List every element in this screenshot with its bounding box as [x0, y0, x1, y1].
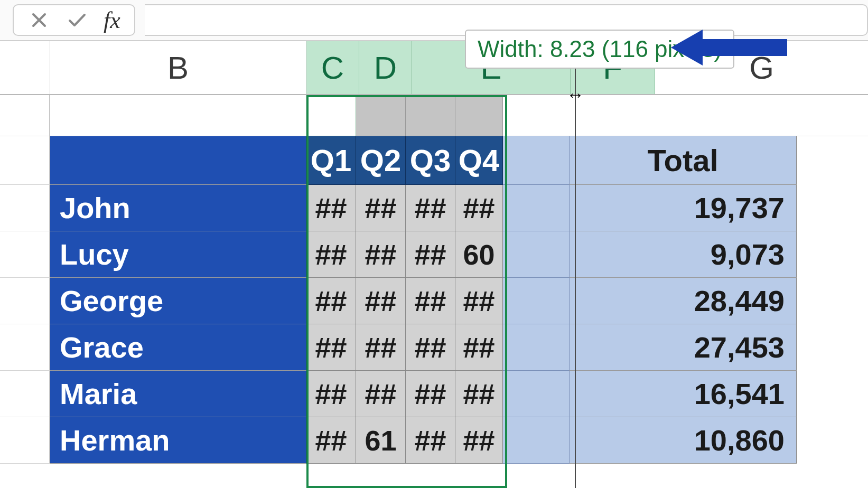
table-row: Grace########27,453 — [0, 324, 868, 371]
cell[interactable] — [356, 95, 406, 136]
cell-total[interactable]: 10,860 — [570, 417, 797, 464]
cell-q4[interactable]: 60 — [455, 231, 503, 278]
row-header[interactable] — [0, 324, 50, 371]
cell-q1-header[interactable]: Q1 — [306, 136, 356, 185]
cell-q2[interactable]: ## — [356, 278, 406, 324]
row-header[interactable] — [0, 278, 50, 324]
cell-name[interactable]: John — [50, 185, 306, 231]
cell-q1[interactable]: ## — [306, 231, 356, 278]
row-header[interactable] — [0, 136, 50, 185]
row-header[interactable] — [0, 231, 50, 278]
cell[interactable] — [503, 185, 570, 231]
cell-q4[interactable]: ## — [455, 278, 503, 324]
cell-q3[interactable]: ## — [406, 185, 455, 231]
cell-q3[interactable]: ## — [406, 417, 455, 464]
cell-name[interactable]: Herman — [50, 417, 306, 464]
cell-q4-header[interactable]: Q4 — [455, 136, 503, 185]
cell-q2[interactable]: 61 — [356, 417, 406, 464]
cell-q3[interactable]: ## — [406, 278, 455, 324]
cell-name-header[interactable] — [50, 136, 306, 185]
cell-name[interactable]: George — [50, 278, 306, 324]
cell-q1[interactable]: ## — [306, 185, 356, 231]
svg-marker-2 — [671, 30, 787, 65]
row-header[interactable] — [0, 371, 50, 417]
resize-guide-line — [575, 41, 576, 488]
cell-total[interactable]: 27,453 — [570, 324, 797, 371]
row-header[interactable] — [0, 95, 50, 136]
row-header[interactable] — [0, 417, 50, 464]
table-row: Herman##61####10,860 — [0, 417, 868, 464]
cell-name[interactable]: Grace — [50, 324, 306, 371]
cell-total[interactable]: 19,737 — [570, 185, 797, 231]
resize-cursor-icon: ↔ — [566, 85, 584, 105]
table-row: Lucy######609,073 — [0, 231, 868, 278]
cell-q3[interactable]: ## — [406, 371, 455, 417]
arrow-annotation-icon — [671, 26, 787, 69]
row-header[interactable] — [0, 185, 50, 231]
table-row: John########19,737 — [0, 185, 868, 231]
grid-area[interactable]: Q1 Q2 Q3 Q4 Total John########19,737Lucy… — [0, 95, 868, 488]
cell-q4[interactable]: ## — [455, 324, 503, 371]
cell-total[interactable]: 9,073 — [570, 231, 797, 278]
cell-q4[interactable]: ## — [455, 417, 503, 464]
cell-q2[interactable]: ## — [356, 231, 406, 278]
column-header-D[interactable]: D — [359, 41, 412, 94]
formula-bar-controls: fx — [13, 4, 135, 36]
cell[interactable] — [503, 371, 570, 417]
cell-q4[interactable]: ## — [455, 185, 503, 231]
cell-q1[interactable]: ## — [306, 278, 356, 324]
cell-q1[interactable]: ## — [306, 371, 356, 417]
column-header-B[interactable]: B — [50, 41, 306, 94]
cell-total[interactable]: 16,541 — [570, 371, 797, 417]
cell-name[interactable]: Maria — [50, 371, 306, 417]
cell[interactable] — [455, 95, 503, 136]
table-row: Maria########16,541 — [0, 371, 868, 417]
cell[interactable] — [503, 136, 570, 185]
confirm-icon[interactable] — [66, 8, 89, 32]
cell-q2[interactable]: ## — [356, 185, 406, 231]
fx-icon[interactable]: fx — [104, 7, 120, 34]
cell-q3-header[interactable]: Q3 — [406, 136, 455, 185]
cell-q2-header[interactable]: Q2 — [356, 136, 406, 185]
cell-q3[interactable]: ## — [406, 324, 455, 371]
cell-q2[interactable]: ## — [356, 371, 406, 417]
cell[interactable] — [503, 231, 570, 278]
cell-q1[interactable]: ## — [306, 417, 356, 464]
cell-name[interactable]: Lucy — [50, 231, 306, 278]
cell[interactable] — [503, 95, 868, 136]
cell-q4[interactable]: ## — [455, 371, 503, 417]
cell-total[interactable]: 28,449 — [570, 278, 797, 324]
column-header-C[interactable]: C — [306, 41, 359, 94]
cell-q1[interactable]: ## — [306, 324, 356, 371]
cell[interactable] — [406, 95, 455, 136]
cell[interactable] — [503, 417, 570, 464]
cell[interactable] — [50, 95, 306, 136]
cell[interactable] — [503, 324, 570, 371]
table-header-row: Q1 Q2 Q3 Q4 Total — [0, 136, 868, 185]
cell-q2[interactable]: ## — [356, 324, 406, 371]
cell[interactable] — [306, 95, 356, 136]
cell-total-header[interactable]: Total — [570, 136, 797, 185]
table-row: George########28,449 — [0, 278, 868, 324]
table-row — [0, 95, 868, 136]
cell[interactable] — [503, 278, 570, 324]
cell-q3[interactable]: ## — [406, 231, 455, 278]
cancel-icon[interactable] — [27, 8, 51, 32]
select-all-corner[interactable] — [0, 41, 50, 94]
